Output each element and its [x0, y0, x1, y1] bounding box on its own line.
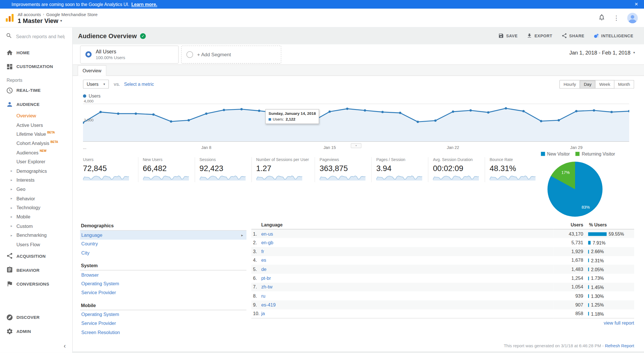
nav-item-operating-system[interactable]: Operating System — [80, 310, 246, 319]
stat-pages-session: Pages / Session3.94 — [371, 157, 428, 182]
stat-value: 66,482 — [143, 164, 189, 173]
user-avatar[interactable] — [627, 13, 638, 23]
pct-value: 1.45% — [591, 285, 604, 290]
nav-item-operating-system[interactable]: Operating System — [80, 279, 246, 288]
tab-overview[interactable]: Overview — [78, 65, 106, 76]
sidebar-item-custom[interactable]: ▸Custom — [0, 222, 72, 231]
sidebar-item-home[interactable]: HOME — [0, 46, 72, 60]
language-link[interactable]: fr — [261, 249, 264, 254]
row-rank: 5. — [251, 265, 261, 274]
date-range-selector[interactable]: Jan 1, 2018 - Feb 1, 2018 ▾ — [569, 50, 635, 56]
column-header-users[interactable]: Users — [554, 222, 588, 229]
granularity-week[interactable]: Week — [596, 80, 614, 88]
sidebar-search[interactable] — [0, 28, 72, 46]
column-header-pct-users[interactable]: % Users — [588, 222, 634, 229]
promo-banner: Improvements are coming soon to the Goog… — [0, 0, 644, 9]
badge-new: NEW — [40, 150, 46, 152]
row-pct: 1.45% — [588, 283, 634, 292]
table-row: 10.ja8581.18% — [251, 309, 634, 318]
nav-item-city[interactable]: City — [80, 248, 246, 257]
sidebar-item-audience[interactable]: AUDIENCE — [0, 97, 72, 111]
sidebar-item-interests[interactable]: ▸Interests — [0, 176, 72, 185]
users-over-time-chart[interactable]: 4,0002,000 Sunday, January 14, 2018 User… — [83, 100, 629, 144]
sidebar-item-conversions[interactable]: CONVERSIONS — [0, 277, 72, 291]
add-segment-button[interactable]: + Add Segment — [181, 45, 281, 63]
export-button[interactable]: EXPORT — [527, 33, 552, 39]
nav-item-service-provider[interactable]: Service Provider — [80, 288, 246, 297]
share-button[interactable]: SHARE — [561, 33, 584, 39]
view-selector[interactable]: 1 Master View ▾ — [18, 17, 97, 24]
metric-selector-dropdown[interactable]: Users ▾ — [83, 79, 109, 88]
breadcrumb-property[interactable]: Google Merchandise Store — [46, 12, 98, 17]
sidebar-item-active-users[interactable]: Active Users — [0, 121, 72, 130]
sidebar-item-real-time[interactable]: REAL-TIME — [0, 83, 72, 97]
acquisition-icon — [6, 253, 13, 259]
stat-label[interactable]: Users — [83, 157, 132, 162]
nav-section-title: System — [80, 261, 246, 270]
sidebar-collapse-button[interactable]: ‹ — [0, 338, 72, 353]
granularity-month[interactable]: Month — [614, 80, 634, 88]
save-button[interactable]: SAVE — [498, 33, 518, 39]
language-link[interactable]: ja — [261, 311, 265, 316]
row-rank: 8. — [251, 292, 261, 300]
sidebar-item-demographics[interactable]: ▸Demographics — [0, 166, 72, 176]
language-link[interactable]: en-us — [261, 231, 273, 236]
more-menu-icon[interactable]: ⋮ — [613, 14, 619, 22]
banner-close-icon[interactable]: ✕ — [635, 2, 638, 7]
stat-label[interactable]: Number of Sessions per User — [256, 157, 309, 162]
nav-item-country[interactable]: Country — [80, 239, 246, 248]
sidebar-item-user-explorer[interactable]: User Explorer — [0, 157, 72, 166]
granularity-hourly[interactable]: Hourly — [560, 80, 580, 88]
nav-item-browser[interactable]: Browser — [80, 270, 246, 279]
language-link[interactable]: en-gb — [261, 240, 273, 245]
sidebar-item-behavior[interactable]: BEHAVIOR — [0, 263, 72, 277]
sidebar-item-cohort-analysis[interactable]: Cohort AnalysisBETA — [0, 139, 72, 148]
nav-item-screen-resolution[interactable]: Screen Resolution — [80, 328, 246, 337]
column-header-language[interactable]: Language — [251, 222, 554, 229]
notifications-icon[interactable] — [598, 13, 606, 22]
nav-item-service-provider[interactable]: Service Provider — [80, 319, 246, 328]
sidebar-item-behavior[interactable]: ▸Behavior — [0, 194, 72, 203]
sidebar-item-audiences[interactable]: AudiencesNEW — [0, 148, 72, 157]
sidebar-item-admin[interactable]: ADMIN — [0, 324, 72, 338]
granularity-day[interactable]: Day — [580, 80, 596, 88]
select-metric-link[interactable]: Select a metric — [124, 82, 154, 87]
nav-item-language[interactable]: Language▸ — [80, 231, 246, 240]
refresh-report-link[interactable]: Refresh Report — [605, 343, 634, 348]
stat-label[interactable]: New Users — [143, 157, 189, 162]
language-link[interactable]: pt-br — [261, 276, 271, 281]
stat-label[interactable]: Sessions — [199, 157, 245, 162]
view-full-report-link[interactable]: view full report — [251, 321, 634, 325]
search-input[interactable] — [16, 34, 65, 39]
sidebar-item-geo[interactable]: ▸Geo — [0, 185, 72, 194]
stat-label[interactable]: Bounce Rate — [490, 157, 536, 162]
language-link[interactable]: es — [261, 258, 266, 263]
sidebar-item-overview[interactable]: Overview — [0, 111, 72, 120]
nav-item-label: Language — [81, 232, 102, 237]
sidebar-item-acquisition[interactable]: ACQUISITION — [0, 249, 72, 263]
row-language: es-419 — [261, 300, 554, 309]
intelligence-button[interactable]: INTELLIGENCE — [593, 33, 633, 39]
sidebar-item-benchmarking[interactable]: ▸Benchmarking — [0, 231, 72, 240]
sidebar-item-mobile[interactable]: ▸Mobile — [0, 212, 72, 222]
stat-label[interactable]: Avg. Session Duration — [433, 157, 479, 162]
stat-label[interactable]: Pages / Session — [376, 157, 422, 162]
all-users-segment[interactable]: All Users 100.00% Users — [80, 45, 179, 63]
breadcrumb-all-accounts[interactable]: All accounts — [18, 12, 41, 17]
sidebar-item-customization[interactable]: CUSTOMIZATION — [0, 59, 72, 73]
sidebar-item-discover[interactable]: DISCOVER — [0, 310, 72, 324]
language-link[interactable]: es-419 — [261, 302, 275, 307]
google-analytics-logo-icon[interactable] — [5, 13, 15, 23]
sidebar-item-lifetime-value[interactable]: Lifetime ValueBETA — [0, 130, 72, 139]
sidebar-item-label: Interests — [16, 178, 34, 183]
language-link[interactable]: zh-tw — [261, 285, 272, 290]
sidebar-item-users-flow[interactable]: Users Flow — [0, 240, 72, 249]
banner-learn-more-link[interactable]: Learn more. — [131, 2, 157, 7]
chart-collapse-toggle[interactable]: ▼ — [351, 143, 361, 148]
visitor-type-pie-chart[interactable]: 83% 17% — [547, 162, 603, 217]
stat-label[interactable]: Pageviews — [320, 157, 366, 162]
language-link[interactable]: ru — [261, 294, 265, 298]
language-link[interactable]: de — [261, 267, 266, 272]
tooltip-date: Sunday, January 14, 2018 — [269, 111, 316, 116]
sidebar-item-technology[interactable]: ▸Technology — [0, 203, 72, 212]
